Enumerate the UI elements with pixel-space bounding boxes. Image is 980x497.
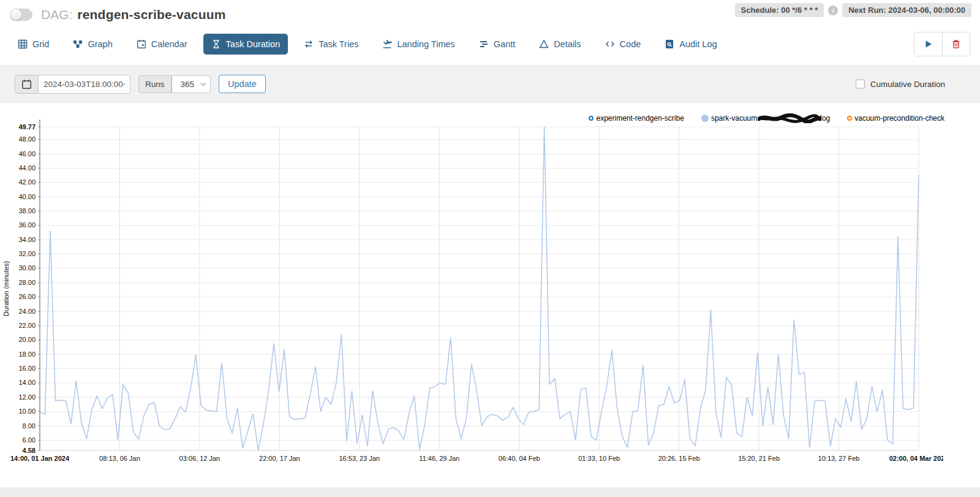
task-duration-chart-area: 49.7748.0046.0044.0042.0040.0038.0036.00…	[0, 105, 980, 482]
chevron-down-icon	[201, 81, 206, 86]
runs-select[interactable]: 365	[172, 75, 211, 93]
legend-ring-marker	[589, 116, 594, 121]
graph-icon	[73, 39, 83, 49]
play-icon	[924, 40, 933, 48]
tab-landing-times[interactable]: Landing Times	[374, 34, 462, 55]
cumulative-duration-checkbox[interactable]	[856, 80, 865, 89]
tab-calendar[interactable]: Calendar	[129, 34, 195, 55]
runs-addon-label: Runs	[138, 75, 172, 93]
svg-text:20.00: 20.00	[18, 336, 36, 343]
next-run-badge: Next Run: 2024-03-06, 00:00:00	[842, 3, 971, 17]
runs-select-value: 365	[181, 80, 195, 89]
info-icon[interactable]: i	[828, 6, 838, 15]
trigger-dag-button[interactable]	[914, 32, 942, 56]
runs-group: Runs 365	[138, 75, 211, 93]
svg-text:32.00: 32.00	[18, 250, 36, 257]
svg-text:18.00: 18.00	[18, 351, 36, 358]
code-icon	[605, 39, 615, 49]
trash-icon	[951, 39, 961, 49]
svg-text:20:26, 15 Feb: 20:26, 15 Feb	[658, 455, 700, 462]
svg-text:03:06, 12 Jan: 03:06, 12 Jan	[179, 455, 221, 462]
tab-graph[interactable]: Graph	[65, 34, 120, 55]
audit-log-icon	[665, 39, 674, 49]
dag-action-buttons	[914, 32, 970, 56]
legend-label: vacuum-precondition-check	[854, 114, 944, 123]
update-button[interactable]: Update	[219, 75, 266, 93]
footer-strip	[0, 487, 980, 497]
svg-text:26.00: 26.00	[18, 293, 36, 300]
svg-text:46.00: 46.00	[18, 150, 36, 157]
svg-text:01:33, 10 Feb: 01:33, 10 Feb	[578, 455, 620, 462]
svg-text:02:00, 04 Mar 2024: 02:00, 04 Mar 2024	[889, 455, 943, 462]
dag-header: DAG: rendgen-scribe-vacuum Schedule: 00 …	[0, 0, 980, 25]
svg-text:49.77: 49.77	[18, 123, 36, 131]
toggle-knob	[10, 9, 21, 20]
dag-pause-toggle[interactable]	[10, 9, 32, 21]
dag-prefix-label: DAG:	[41, 7, 72, 22]
svg-text:10.00: 10.00	[18, 408, 36, 415]
tab-details[interactable]: Details	[531, 34, 589, 55]
svg-text:14:00, 01 Jan 2024: 14:00, 01 Jan 2024	[10, 455, 70, 462]
legend-dot-marker	[701, 115, 709, 122]
legend-item-1[interactable]: spark-vacuumlog	[701, 113, 830, 123]
tab-grid[interactable]: Grid	[10, 34, 57, 55]
calendar-icon	[21, 79, 32, 89]
svg-text:22.00: 22.00	[18, 322, 36, 329]
svg-text:10:13, 27 Feb: 10:13, 27 Feb	[818, 455, 860, 462]
tab-audit-log[interactable]: Audit Log	[657, 34, 725, 55]
landing-icon	[382, 39, 392, 49]
svg-text:Duration (minutes): Duration (minutes)	[2, 261, 10, 316]
base-date-group	[15, 75, 130, 94]
legend-label: experiment-rendgen-scribe	[596, 114, 684, 123]
legend-item-2[interactable]: vacuum-precondition-check	[847, 114, 944, 123]
svg-text:34.00: 34.00	[18, 236, 36, 243]
svg-text:11:46, 29 Jan: 11:46, 29 Jan	[419, 455, 459, 462]
base-date-input[interactable]	[39, 75, 130, 94]
svg-text:6.00: 6.00	[23, 436, 36, 444]
cumulative-duration-label: Cumulative Duration	[870, 80, 945, 89]
chart-legend: experiment-rendgen-scribespark-vacuumlog…	[589, 113, 944, 123]
view-tabbar: Grid Graph Calendar Task Duration Task T…	[0, 32, 980, 56]
svg-text:40.00: 40.00	[18, 193, 36, 200]
svg-text:4.58: 4.58	[23, 447, 36, 454]
duration-filter-bar: Runs 365 Update Cumulative Duration	[0, 65, 980, 103]
tab-task-duration[interactable]: Task Duration	[203, 34, 288, 55]
svg-text:36.00: 36.00	[18, 221, 36, 229]
svg-text:15:20, 21 Feb: 15:20, 21 Feb	[738, 455, 780, 462]
svg-text:16.00: 16.00	[18, 365, 36, 372]
svg-text:48.00: 48.00	[18, 135, 36, 143]
svg-text:28.00: 28.00	[18, 279, 36, 286]
svg-text:38.00: 38.00	[18, 207, 36, 214]
delete-dag-button[interactable]	[942, 32, 970, 56]
svg-text:42.00: 42.00	[18, 178, 36, 186]
svg-text:22:00, 17 Jan: 22:00, 17 Jan	[259, 455, 300, 462]
legend-item-0[interactable]: experiment-rendgen-scribe	[589, 114, 684, 123]
svg-text:12.00: 12.00	[18, 393, 36, 401]
calendar-icon	[137, 39, 146, 49]
retry-icon	[304, 39, 314, 49]
duration-line-chart: 49.7748.0046.0044.0042.0040.0038.0036.00…	[0, 105, 943, 464]
tab-code[interactable]: Code	[597, 34, 649, 55]
calendar-addon	[15, 75, 39, 94]
hourglass-icon	[211, 39, 221, 49]
dag-title: rendgen-scribe-vacuum	[77, 7, 225, 22]
tab-task-tries[interactable]: Task Tries	[296, 34, 366, 55]
legend-ring-marker	[847, 116, 852, 121]
svg-text:14.00: 14.00	[18, 379, 36, 386]
svg-text:16:53, 23 Jan: 16:53, 23 Jan	[339, 455, 380, 462]
svg-text:24.00: 24.00	[18, 308, 36, 315]
legend-label-suffix: log	[820, 114, 830, 123]
svg-text:30.00: 30.00	[18, 264, 36, 271]
gantt-icon	[479, 39, 489, 49]
schedule-badge: Schedule: 00 */6 * * *	[735, 3, 824, 17]
tab-gantt[interactable]: Gantt	[471, 34, 523, 55]
cumulative-duration-control: Cumulative Duration	[856, 80, 945, 89]
svg-text:08:13, 06 Jan: 08:13, 06 Jan	[99, 455, 140, 462]
grid-icon	[18, 39, 28, 49]
redaction-scribble	[758, 113, 821, 123]
triangle-icon	[539, 39, 549, 49]
svg-text:44.00: 44.00	[18, 164, 36, 172]
svg-text:8.00: 8.00	[23, 422, 36, 430]
legend-label-prefix: spark-vacuum	[711, 114, 757, 123]
svg-text:06:40, 04 Feb: 06:40, 04 Feb	[499, 455, 540, 462]
